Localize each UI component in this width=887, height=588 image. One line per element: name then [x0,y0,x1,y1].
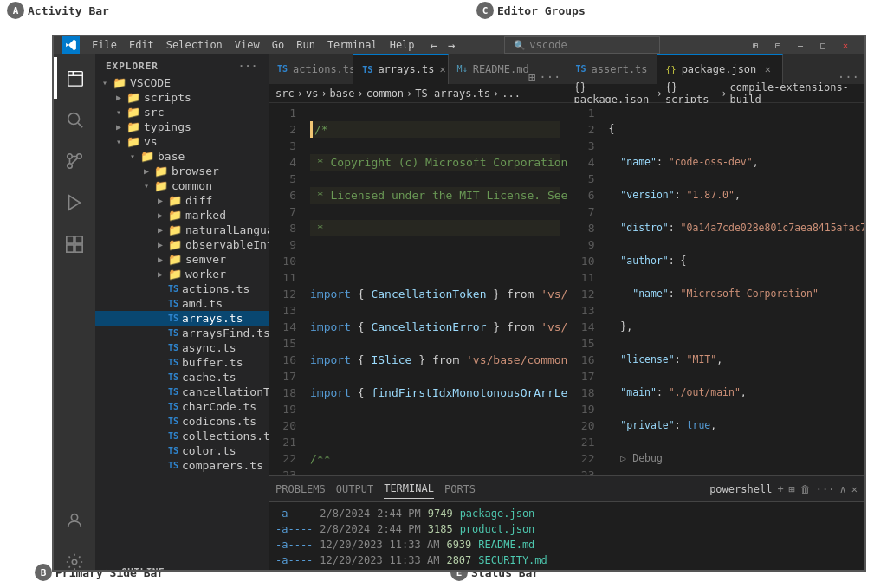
tree-item[interactable]: ▾ 📁 vs [95,134,269,149]
activity-settings[interactable] [54,541,95,572]
tab-readme-md[interactable]: M↓ README.md [449,54,528,84]
panel-tab-terminal[interactable]: TERMINAL [384,479,434,499]
activity-debug[interactable] [54,182,95,223]
maximize-panel-btn[interactable]: ∧ [840,483,846,495]
tree-item-amd[interactable]: ▶ TS amd.ts [95,296,269,311]
more-actions-icon[interactable]: ··· [539,70,560,84]
code-content-1[interactable]: /* * Copyright (c) Microsoft Corporation… [303,103,567,475]
tree-item[interactable]: ▶ TS cancellationToken.ts [95,384,269,399]
tree-item[interactable]: ▶ TS comparers.ts [95,458,269,473]
code-editor-2[interactable]: 12345 678910 1112131415 1617181920 21222… [567,103,865,475]
tree-item[interactable]: ▶ TS color.ts [95,443,269,458]
tree-item[interactable]: ▾ 📁 common [95,178,269,193]
code-editor-1[interactable]: 12345 678910 1112131415 1617181920 21222… [269,103,567,475]
activity-search[interactable] [54,99,95,140]
close-btn[interactable]: ✕ [835,36,856,54]
tab-arrays-ts[interactable]: TS arrays.ts ✕ [353,54,448,84]
editor-area: TS actions.ts TS arrays.ts ✕ M↓ [269,54,864,572]
app-container: A Activity Bar C Editor Groups B Primary… [0,0,887,588]
svg-point-14 [72,559,77,565]
minimize-btn[interactable]: — [790,36,811,54]
maximize-btn[interactable]: □ [813,36,833,54]
split-btn[interactable]: ⊟ [767,36,788,54]
activity-bar: VS [54,54,95,572]
panel-actions: powershell + ⊞ 🗑 ··· ∧ ✕ [709,483,858,495]
activity-account[interactable] [54,500,95,541]
sidebar-header: EXPLORER ··· [95,54,269,75]
tree-item[interactable]: ▶ 📁 scripts [95,90,269,105]
folder-icon: 📁 [113,76,126,89]
svg-rect-10 [75,236,82,243]
close-panel-btn[interactable]: ✕ [851,483,858,495]
tree-item[interactable]: ▶ 📁 browser [95,164,269,178]
menu-help[interactable]: Help [385,37,420,53]
tree-item[interactable]: ▶ 📁 naturalLanguage [95,223,269,237]
activity-explorer[interactable] [54,57,95,99]
menu-run[interactable]: Run [291,37,320,53]
nav-forward[interactable]: → [444,38,458,52]
tree-item[interactable]: ▶ TS cache.ts [95,370,269,384]
tree-item[interactable]: ▶ TS charCode.ts [95,399,269,414]
panel-tab-ports[interactable]: PORTS [444,480,476,499]
new-terminal-btn[interactable]: + [777,483,783,495]
layout-btn[interactable]: ⊞ [745,36,766,54]
annotation-a: A Activity Bar [7,2,109,19]
activity-source-control[interactable] [54,140,95,182]
tree-item[interactable]: ▶ 📁 worker [95,267,269,281]
tree-root[interactable]: ▾ 📁 VSCODE [95,75,269,90]
editor-groups: TS actions.ts TS arrays.ts ✕ M↓ [269,54,864,475]
tree-item[interactable]: ▾ 📁 base [95,149,269,164]
tab-close-arrays[interactable]: ✕ [439,63,445,75]
tab-bar-1: TS actions.ts TS arrays.ts ✕ M↓ [269,54,567,84]
tree-item[interactable]: ▶ 📁 marked [95,208,269,223]
breadcrumb-1: src › vs › base › common › TS arrays.ts … [269,84,567,103]
trash-terminal-btn[interactable]: 🗑 [800,483,811,495]
code-content-2[interactable]: { "name": "code-oss-dev", "version": "1.… [602,103,865,475]
svg-rect-11 [67,245,74,252]
svg-point-7 [68,154,73,159]
terminal-row: -a---- 12/20/2023 11:33 AM 2807 SECURITY… [275,552,858,568]
tree-item[interactable]: ▶ TS collections.ts [95,429,269,443]
activity-extensions[interactable] [54,223,95,265]
sidebar-section-outline[interactable]: ▶ OUTLINE [95,563,269,572]
vscode-logo [62,36,80,54]
search-bar[interactable]: 🔍 vscode [504,36,660,54]
tree-item[interactable]: ▶ 📁 semver [95,252,269,267]
primary-sidebar: EXPLORER ··· ▾ 📁 VSCODE ▶ 📁 [95,54,269,572]
tree-item[interactable]: ▶ 📁 diff [95,193,269,208]
tree-item[interactable]: ▶ TS async.ts [95,340,269,355]
menu-view[interactable]: View [230,37,265,53]
menu-file[interactable]: File [87,37,122,53]
menu-selection[interactable]: Selection [161,37,228,53]
tab-package-json[interactable]: {} package.json ✕ [657,54,784,84]
more-terminal-btn[interactable]: ··· [816,483,835,495]
nav-back[interactable]: ← [427,38,441,52]
tree-item[interactable]: ▶ TS arraysFind.ts [95,326,269,340]
menu-edit[interactable]: Edit [124,37,159,53]
terminal-label: powershell [709,483,772,495]
tab-actions-ts[interactable]: TS actions.ts [269,54,353,84]
terminal-content[interactable]: -a---- 2/8/2024 2:44 PM 9749 package.jso… [269,502,864,572]
tree-item[interactable]: ▶ 📁 observableInternal [95,237,269,252]
tree-item[interactable]: ▾ 📁 src [95,105,269,120]
menu-go[interactable]: Go [267,37,289,53]
activity-bottom: VS [54,500,95,572]
tab-close-package[interactable]: ✕ [761,63,774,75]
tree-item-actions[interactable]: ▶ TS actions.ts [95,281,269,296]
menu-terminal[interactable]: Terminal [322,37,383,53]
split-terminal-btn[interactable]: ⊞ [789,483,795,495]
panel-tab-problems[interactable]: PROBLEMS [275,480,326,499]
svg-rect-9 [67,236,74,243]
tree-item-arrays[interactable]: ▶ TS arrays.ts [95,311,269,326]
terminal-row: -a---- 2/8/2024 2:44 PM 147681 ThirdPart… [275,568,858,572]
panel-tab-output[interactable]: OUTPUT [336,480,373,499]
tree-item[interactable]: ▶ TS buffer.ts [95,355,269,370]
tree-item[interactable]: ▶ 📁 typings [95,120,269,134]
breadcrumb-2: {} package.json › {} scripts › compile-e… [567,84,865,103]
tab-assert-ts[interactable]: TS assert.ts [567,54,657,84]
terminal-row: -a---- 2/8/2024 2:44 PM 9749 package.jso… [275,506,858,521]
split-editor-icon[interactable]: ⊞ [528,70,535,84]
svg-line-4 [78,123,82,127]
sidebar-menu-btn[interactable]: ··· [238,61,258,72]
tree-item[interactable]: ▶ TS codicons.ts [95,414,269,429]
